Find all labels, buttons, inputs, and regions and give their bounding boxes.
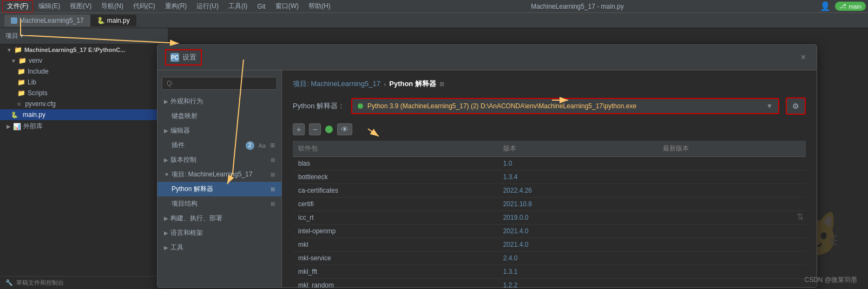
chevron-right-icon: ▶ bbox=[6, 123, 11, 129]
pkg-latest bbox=[657, 252, 806, 265]
dialog-nav: ▶ 外观和行为 键盘映射 ▶ 编辑器 插件 2 Aa ⊞ ▶ bbox=[157, 70, 282, 287]
scratch-files[interactable]: 🔧 草稿文件和控制台 bbox=[0, 276, 167, 289]
menu-bar: 文件(F) 编辑(E) 视图(V) 导航(N) 代码(C) 重构(R) 运行(U… bbox=[0, 0, 868, 13]
tab-file-label: main.py bbox=[107, 17, 130, 24]
nav-vcs[interactable]: ▶ 版本控制 ⊞ bbox=[157, 153, 281, 167]
scratch-icon: 🔧 bbox=[5, 279, 13, 286]
tree-external-libs[interactable]: ▶ 📊 外部库 bbox=[0, 120, 167, 133]
table-row[interactable]: certifi 2021.10.8 bbox=[293, 198, 806, 211]
breadcrumb: 项目: MachineLearning5_17 › Python 解释器 ⊞ bbox=[293, 79, 806, 89]
chevron-right-icon: ▶ bbox=[164, 128, 168, 134]
nav-appearance-label: 外观和行为 bbox=[170, 97, 203, 106]
nav-project[interactable]: ▼ 项目: MachineLearning5_17 ⊞ bbox=[157, 167, 281, 182]
scratch-label: 草稿文件和控制台 bbox=[16, 279, 64, 287]
col-header-version: 版本 bbox=[498, 141, 658, 157]
package-table-container: 软件包 版本 最新版本 blas 1.0 bottleneck 1.3.4 ca… bbox=[293, 141, 806, 287]
breadcrumb-separator: › bbox=[384, 80, 386, 88]
branch-button[interactable]: ⎇ main bbox=[835, 2, 866, 11]
menu-run[interactable]: 运行(U) bbox=[192, 1, 223, 12]
tree-lib-label: Lib bbox=[28, 78, 36, 86]
folder-icon: 📁 bbox=[18, 57, 27, 64]
nav-lang[interactable]: ▶ 语言和框架 bbox=[157, 226, 281, 240]
tree-root-label: MachineLearning5_17 E:\PythonC... bbox=[24, 47, 125, 53]
tab-bar: MachineLearning5_17 🐍 main.py bbox=[0, 13, 868, 28]
add-package-button[interactable]: + bbox=[293, 123, 305, 135]
nav-interpreter[interactable]: Python 解释器 ⊞ bbox=[157, 182, 281, 196]
tree-scripts[interactable]: 📁 Scripts bbox=[0, 88, 167, 98]
dialog-close-button[interactable]: × bbox=[798, 51, 809, 63]
menu-view[interactable]: 视图(V) bbox=[65, 1, 96, 12]
tree-lib[interactable]: 📁 Lib bbox=[0, 77, 167, 88]
table-row[interactable]: bottleneck 1.3.4 bbox=[293, 170, 806, 184]
project-icon: ⊞ bbox=[271, 172, 275, 178]
tree-pyvenv-label: pyvenv.cfg bbox=[25, 100, 55, 108]
config-file-icon: ≡ bbox=[17, 101, 21, 107]
nav-keymap[interactable]: 键盘映射 bbox=[157, 109, 281, 123]
tree-libs-label: 外部库 bbox=[23, 122, 43, 131]
pkg-name: mkl_random bbox=[293, 279, 498, 288]
table-row[interactable]: mkl_fft 1.3.1 bbox=[293, 265, 806, 279]
watermark: CSDN @微莱羽墨 bbox=[804, 275, 857, 285]
menu-code[interactable]: 代码(C) bbox=[129, 1, 160, 12]
sidebar-header[interactable]: 项目 ▾ bbox=[0, 28, 167, 44]
nav-editor[interactable]: ▶ 编辑器 bbox=[157, 123, 281, 138]
show-package-button[interactable]: 👁 bbox=[337, 123, 352, 135]
nav-project-structure[interactable]: 项目结构 ⊞ bbox=[157, 196, 281, 211]
tree-include[interactable]: 📁 Include bbox=[0, 66, 167, 77]
dialog-header: PC 设置 × bbox=[157, 45, 817, 70]
user-icon[interactable]: 👤 bbox=[820, 1, 831, 11]
folder-icon: 📁 bbox=[17, 78, 25, 86]
sidebar-header-label: 项目 ▾ bbox=[5, 31, 23, 41]
pkg-name: mkl-service bbox=[293, 252, 498, 265]
tab-project[interactable]: MachineLearning5_17 bbox=[4, 15, 90, 27]
table-row[interactable]: blas 1.0 bbox=[293, 157, 806, 170]
translate-icon: Aa bbox=[259, 142, 266, 149]
tree-main-py[interactable]: 🐍 main.py bbox=[0, 109, 167, 120]
chevron-right-icon: ▶ bbox=[164, 230, 168, 236]
table-row[interactable]: intel-openmp 2021.4.0 bbox=[293, 225, 806, 238]
breadcrumb-settings-icon[interactable]: ⊞ bbox=[439, 81, 444, 88]
python-icon: 🐍 bbox=[11, 111, 18, 119]
chevron-right-icon: ▶ bbox=[164, 98, 168, 104]
breadcrumb-project[interactable]: 项目: MachineLearning5_17 bbox=[293, 79, 380, 89]
settings-search-input[interactable] bbox=[162, 77, 277, 90]
nav-tools[interactable]: ▶ 工具 bbox=[157, 240, 281, 255]
menu-help[interactable]: 帮助(H) bbox=[304, 1, 335, 12]
tree-venv[interactable]: ▼ 📁 venv bbox=[0, 55, 167, 66]
nav-build[interactable]: ▶ 构建、执行、部署 bbox=[157, 211, 281, 226]
table-row[interactable]: mkl_random 1.2.2 bbox=[293, 279, 806, 288]
tree-main-label: main.py bbox=[23, 111, 45, 119]
interpreter-icon: ⊞ bbox=[271, 186, 275, 192]
tree-root[interactable]: ▼ 📁 MachineLearning5_17 E:\PythonC... bbox=[0, 44, 167, 55]
menu-edit[interactable]: 编辑(E) bbox=[34, 1, 64, 12]
pkg-version: 1.3.4 bbox=[498, 170, 658, 184]
libs-icon: 📊 bbox=[13, 123, 21, 130]
menu-file[interactable]: 文件(F) bbox=[2, 0, 33, 12]
remove-package-button[interactable]: − bbox=[309, 123, 321, 135]
interpreter-selector[interactable]: Python 3.9 (MachineLearning5_17) (2) D:\… bbox=[351, 98, 779, 114]
menu-git[interactable]: Git bbox=[253, 2, 269, 11]
vcs-icon: ⊞ bbox=[271, 157, 275, 163]
tree-pyvenv[interactable]: ≡ pyvenv.cfg bbox=[0, 98, 167, 109]
table-row[interactable]: mkl-service 2.4.0 bbox=[293, 252, 806, 265]
pkg-version: 2021.10.8 bbox=[498, 198, 658, 211]
nav-appearance[interactable]: ▶ 外观和行为 bbox=[157, 94, 281, 109]
tree-include-label: Include bbox=[28, 68, 49, 75]
interpreter-settings-button[interactable]: ⚙ bbox=[786, 97, 806, 115]
menu-window[interactable]: 窗口(W) bbox=[271, 1, 303, 12]
table-row[interactable]: mkl 2021.4.0 bbox=[293, 238, 806, 252]
dialog-content: 项目: MachineLearning5_17 › Python 解释器 ⊞ P… bbox=[282, 70, 817, 287]
table-row[interactable]: icc_rt 2019.0.0 bbox=[293, 211, 806, 225]
menu-tools[interactable]: 工具(I) bbox=[224, 1, 252, 12]
pkg-version: 2019.0.0 bbox=[498, 211, 658, 225]
table-row[interactable]: ca-certificates 2022.4.26 bbox=[293, 184, 806, 198]
nav-plugins[interactable]: 插件 2 Aa ⊞ bbox=[157, 138, 281, 153]
structure-icon: ⊞ bbox=[271, 201, 275, 207]
pkg-latest bbox=[657, 279, 806, 288]
menu-navigate[interactable]: 导航(N) bbox=[97, 1, 128, 12]
table-scroll-indicator[interactable]: ⇅ bbox=[797, 212, 804, 222]
menu-refactor[interactable]: 重构(R) bbox=[161, 1, 192, 12]
pkg-name: blas bbox=[293, 157, 498, 170]
nav-build-label: 构建、执行、部署 bbox=[170, 214, 222, 223]
tab-main-py[interactable]: 🐍 main.py bbox=[90, 15, 136, 27]
